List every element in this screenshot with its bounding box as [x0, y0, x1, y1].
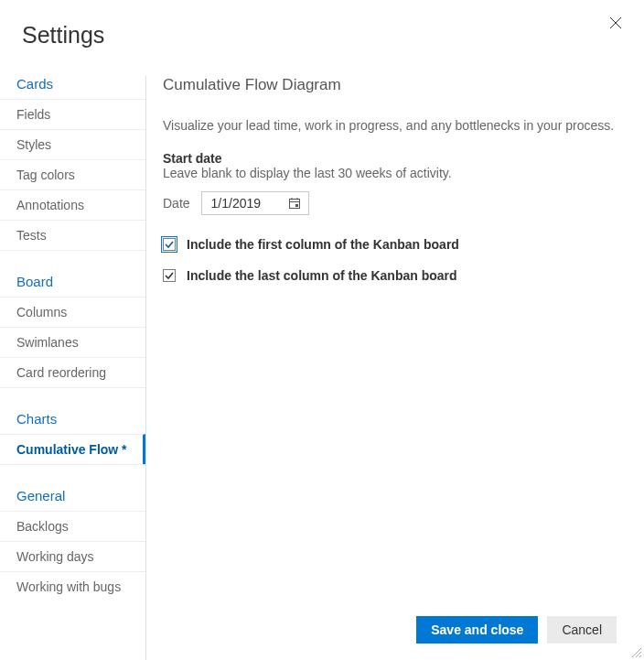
panel-title: Cumulative Flow Diagram: [163, 76, 628, 94]
section-header-charts: Charts: [0, 404, 145, 434]
sidebar-item-tag-colors[interactable]: Tag colors: [0, 159, 145, 189]
calendar-icon[interactable]: [288, 197, 301, 210]
sidebar-item-working-with-bugs[interactable]: Working with bugs: [0, 571, 145, 601]
start-date-label: Start date: [163, 151, 628, 166]
resize-grip-icon[interactable]: [629, 645, 642, 658]
date-row: Date: [163, 191, 628, 215]
sidebar-item-card-reordering[interactable]: Card reordering: [0, 357, 145, 387]
include-last-checkbox[interactable]: [163, 269, 176, 282]
save-and-close-button[interactable]: Save and close: [416, 616, 538, 644]
svg-line-9: [639, 655, 641, 657]
section-gap: [0, 250, 145, 266]
main-panel: Cumulative Flow Diagram Visualize your l…: [146, 76, 644, 660]
sidebar-item-fields[interactable]: Fields: [0, 99, 145, 129]
panel-description: Visualize your lead time, work in progre…: [163, 118, 628, 133]
settings-dialog: Settings Cards Fields Styles Tag colors …: [0, 0, 644, 660]
include-first-row: Include the first column of the Kanban b…: [163, 237, 628, 252]
sidebar-item-tests[interactable]: Tests: [0, 220, 145, 250]
svg-rect-6: [295, 204, 298, 207]
section-header-cards: Cards: [0, 76, 145, 99]
check-icon: [165, 271, 174, 280]
include-first-checkbox[interactable]: [163, 238, 176, 251]
date-input[interactable]: [211, 196, 277, 211]
section-header-general: General: [0, 481, 145, 511]
sidebar-item-annotations[interactable]: Annotations: [0, 189, 145, 220]
sidebar-item-columns[interactable]: Columns: [0, 297, 145, 327]
sidebar-item-working-days[interactable]: Working days: [0, 541, 145, 571]
section-header-board: Board: [0, 266, 145, 297]
dialog-title: Settings: [0, 0, 644, 49]
start-date-hint: Leave blank to display the last 30 weeks…: [163, 166, 628, 180]
section-gap: [0, 464, 145, 481]
include-last-label: Include the last column of the Kanban bo…: [187, 268, 457, 283]
cancel-button[interactable]: Cancel: [547, 616, 617, 644]
include-last-row: Include the last column of the Kanban bo…: [163, 268, 628, 283]
date-input-wrap[interactable]: [201, 191, 309, 215]
include-first-label: Include the first column of the Kanban b…: [187, 237, 459, 252]
close-button[interactable]: [609, 16, 624, 31]
sidebar: Cards Fields Styles Tag colors Annotatio…: [0, 76, 146, 660]
sidebar-item-swimlanes[interactable]: Swimlanes: [0, 327, 145, 357]
sidebar-item-styles[interactable]: Styles: [0, 129, 145, 159]
close-icon: [609, 16, 622, 29]
content-wrap: Cards Fields Styles Tag colors Annotatio…: [0, 76, 644, 660]
sidebar-item-backlogs[interactable]: Backlogs: [0, 511, 145, 541]
section-gap: [0, 387, 145, 404]
check-icon: [165, 240, 174, 249]
date-label: Date: [163, 196, 190, 211]
footer: Save and close Cancel: [416, 616, 617, 644]
sidebar-item-cumulative-flow[interactable]: Cumulative Flow *: [0, 434, 145, 464]
